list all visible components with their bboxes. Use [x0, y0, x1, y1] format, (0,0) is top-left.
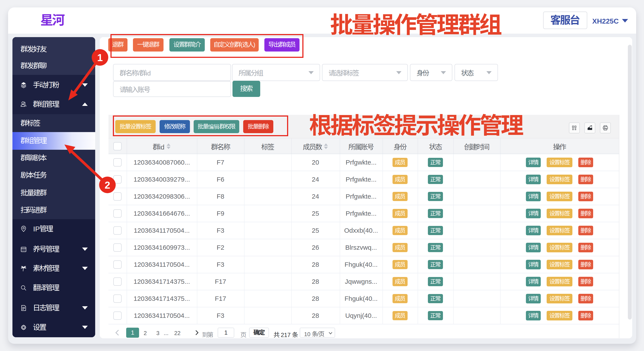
svg-text:1: 1 [97, 52, 103, 63]
svg-text:2: 2 [104, 180, 110, 191]
